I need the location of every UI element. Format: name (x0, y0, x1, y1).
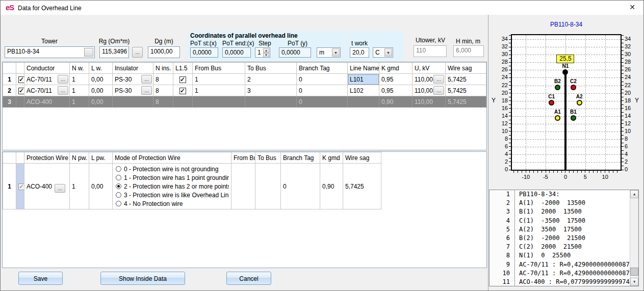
y-tick-label: 18 (625, 97, 635, 103)
rg-label: Rg (Om*m) (96, 38, 132, 45)
y-tick-label: 2 (625, 158, 635, 165)
rg-browse-button[interactable]: ... (132, 47, 143, 58)
tower-line (564, 72, 566, 170)
row-enabled-checkbox[interactable]: ✓ (18, 76, 24, 83)
insulator-browse-button[interactable]: ... (141, 86, 152, 95)
line-number: 4 (490, 217, 515, 225)
close-icon[interactable]: ✕ (627, 3, 637, 12)
pot-st-field[interactable]: 0,0000 (190, 47, 218, 58)
branch-tag-cell[interactable]: 0 (297, 85, 348, 96)
to-bus-cell[interactable] (255, 164, 281, 209)
row-enabled-checkbox[interactable]: ✓ (18, 88, 24, 94)
k-gmd-cell[interactable]: 0,90 (320, 164, 343, 209)
gridline-h (512, 47, 621, 47)
radio-icon[interactable] (116, 166, 121, 172)
x-minor-tick (553, 171, 554, 173)
from-bus-cell[interactable]: 1 (193, 74, 245, 85)
t-unit-dropdown-icon[interactable]: ▼ (384, 48, 392, 57)
scrollbar[interactable]: ▲ ▼ (630, 190, 638, 286)
line-number: 9 (490, 260, 515, 269)
step-stepper[interactable]: 1 ▲ ▼ (255, 47, 270, 58)
l-w-cell[interactable]: 0,00 (89, 85, 113, 96)
n-ins-cell[interactable]: 8 (153, 85, 173, 96)
u-kv-cell[interactable]: 110,00... (413, 85, 446, 96)
t-unit-select[interactable]: C ▼ (373, 47, 393, 58)
u-kv-browse-button[interactable]: ... (433, 86, 444, 95)
tower-label: Tower (6, 38, 93, 45)
cancel-button[interactable]: Cancel (226, 272, 271, 285)
unit-select[interactable]: m ▼ (317, 47, 341, 58)
n-pw-cell[interactable]: 1 (70, 164, 89, 209)
n-w-cell: 1 (70, 96, 89, 108)
conductor-row-3-disabled: 3 ACO-400 1 0,00 8 0 0,90 110,00 5,7425 (3, 96, 486, 108)
tower-field[interactable]: PB110-8-34 (5, 46, 95, 58)
x-minor-tick (546, 171, 546, 173)
t-work-field[interactable]: 20,0 (350, 47, 369, 58)
mode-option-3[interactable]: 3 - Protection wire is like Overhead Lin… (115, 191, 229, 199)
scroll-thumb[interactable] (630, 268, 638, 276)
insulator-browse-button[interactable]: ... (141, 75, 152, 84)
tower-dropdown-button[interactable] (84, 48, 93, 57)
pot-end-field[interactable]: 0,0000 (222, 47, 251, 58)
col-header-mode: Mode of Protection Wire (113, 152, 231, 164)
branch-tag-cell[interactable]: 0 (297, 74, 348, 85)
l-pw-cell[interactable]: 0,00 (89, 164, 113, 209)
n-ins-cell[interactable]: 8 (153, 74, 173, 85)
k-gmd-cell: 0,90 (379, 96, 413, 108)
mode-option-4[interactable]: 4 - No Protection wire (115, 199, 229, 208)
conductor-value: ACO-400 (24, 96, 70, 108)
l15-checkbox[interactable]: ✓ (179, 88, 186, 94)
line-text: B(2) -2000 21500 (515, 234, 638, 243)
l15-checkbox[interactable]: ✓ (179, 76, 186, 83)
scroll-down-icon[interactable]: ▼ (630, 278, 638, 286)
save-button[interactable]: Save (18, 272, 63, 285)
col-header-n-ins: N ins. (153, 63, 173, 74)
rg-field[interactable]: 115,3496 (99, 46, 129, 58)
u-kv-cell[interactable]: 110,00... (413, 74, 446, 85)
conductor-table: Conductor N w. L w. Insulator N ins. L1.… (3, 62, 486, 108)
x-minor-tick (589, 171, 589, 173)
radio-icon[interactable] (116, 175, 121, 180)
radio-icon[interactable] (116, 192, 121, 198)
l-w-cell[interactable]: 0,00 (89, 74, 113, 85)
n-w-cell[interactable]: 1 (70, 74, 89, 85)
check-icon: ✓ (19, 87, 24, 94)
from-bus-cell[interactable] (231, 164, 255, 209)
scroll-up-icon[interactable]: ▲ (630, 190, 638, 198)
y-minor-tick (509, 55, 511, 55)
line-name-cell-selected[interactable]: L101 (348, 74, 379, 85)
dg-field[interactable]: 1000,00 (148, 46, 180, 58)
x-tick-label: 0 (559, 174, 572, 180)
point-label-b2: B2 (551, 78, 564, 84)
line-name-cell[interactable]: L102 (348, 85, 379, 96)
to-bus-cell[interactable]: 3 (245, 85, 297, 96)
mode-option-0[interactable]: 0 - Protection wire is not grounding (115, 165, 229, 173)
x-minor-tick (542, 171, 542, 173)
show-inside-data-button[interactable]: Show Inside Data (100, 272, 185, 285)
step-up-icon[interactable]: ▲ (263, 48, 269, 53)
radio-icon[interactable] (116, 201, 121, 206)
protection-wire-browse-button[interactable]: ... (55, 184, 65, 193)
radio-selected-icon[interactable] (116, 183, 121, 189)
mode-option-2-selected[interactable]: 2 - Protection wire has 2 or more points… (115, 182, 229, 191)
unit-dropdown-icon[interactable]: ▼ (332, 48, 340, 57)
k-gmd-cell[interactable]: 0,95 (379, 85, 413, 96)
tower-geometry-listbox[interactable]: 1PB110-8-34: 2A(1) -2000 13500 3B(1) 200… (489, 190, 639, 286)
mode-option-1[interactable]: 1 - Protection wire has 1 point groundin… (115, 173, 229, 182)
from-bus-cell[interactable]: 1 (193, 85, 245, 96)
wire-sag-cell[interactable]: 5,7425 (446, 85, 486, 96)
pot-y-field[interactable]: 0,0000 (279, 47, 311, 58)
u-kv-browse-button[interactable]: ... (433, 75, 444, 84)
n-w-cell[interactable]: 1 (70, 85, 89, 96)
step-down-icon[interactable]: ▼ (263, 53, 269, 58)
col-header-line-name: Line Name (348, 63, 379, 74)
wire-sag-cell[interactable]: 5,7425 (446, 74, 486, 85)
col-header-wire-sag: Wire sag (343, 152, 381, 164)
conductor-browse-button[interactable]: ... (58, 86, 68, 95)
branch-tag-cell[interactable]: 0 (281, 164, 320, 209)
k-gmd-cell[interactable]: 0,95 (379, 74, 413, 85)
wire-sag-cell[interactable]: 5,7425 (343, 164, 381, 209)
conductor-browse-button[interactable]: ... (58, 75, 68, 84)
y-minor-tick (509, 73, 511, 74)
to-bus-cell[interactable]: 2 (245, 74, 297, 85)
